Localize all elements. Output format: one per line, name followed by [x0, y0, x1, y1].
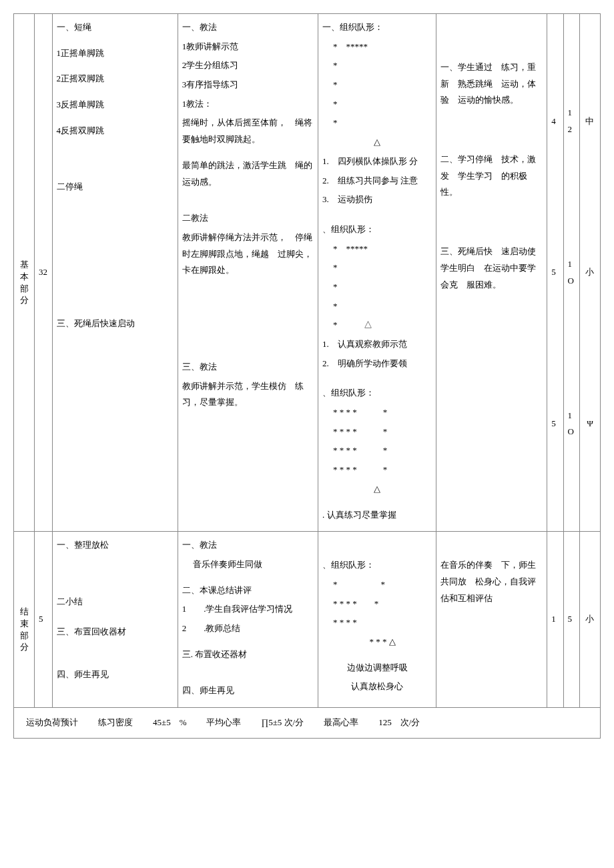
max-hr-value: 125 次/分	[378, 715, 420, 731]
density-label: 练习密度	[98, 715, 133, 731]
eg-p1: 在音乐的伴奏 下，师生共同放 松身心，自我评 估和互相评估	[440, 557, 543, 606]
m-l1: 1教师讲解示范	[182, 39, 314, 55]
e-l3: 三、布置回收器材	[57, 624, 174, 640]
end-section-label: 结束部分	[14, 532, 35, 708]
m-l3: 3有序指导练习	[182, 77, 314, 93]
eo-f1: * *	[322, 576, 432, 593]
avg-hr-value: ∏5±5 次/分	[261, 715, 304, 731]
m-h1: 一、教法	[182, 19, 314, 36]
o-f1a: * *****	[322, 39, 432, 55]
o-f2c: *	[322, 279, 432, 296]
g-p1: 一、学生通过 练习，重新 熟悉跳绳 运动，体验 运动的愉快感。	[440, 59, 543, 109]
o-n5: 2. 明确所学动作要领	[322, 356, 432, 372]
triangle-icon: △	[322, 481, 432, 498]
end-col-activity: 一、整理放松 二小结 三、布置回收器材 四、师生再见	[52, 532, 178, 708]
m-p3: 教师讲解停绳方法并示范， 停绳时左脚脚跟点地，绳越 过脚尖，卡在脚跟处。	[182, 230, 314, 279]
g-p3: 三、死绳后快 速启动使 学生明白 在运动中要学会克 服困难。	[440, 244, 543, 293]
m-p4: 教师讲解并示范，学生模仿 练习，尽量掌握。	[182, 378, 314, 411]
end-counts: 5	[563, 532, 579, 708]
main-section-label: 基本部分	[14, 14, 35, 532]
t1: 4	[551, 113, 559, 130]
avg-hr-label: 平均心率	[206, 715, 241, 731]
em-h1: 一、教法	[182, 537, 314, 554]
end-intensity: 小	[579, 532, 600, 708]
o-n2: 2. 组练习共同参与 注意	[322, 173, 432, 189]
o-f3b: * * * * *	[322, 424, 432, 440]
footer-label: 运动负荷预计	[26, 715, 78, 731]
act-i3: 3反摇单脚跳	[57, 97, 174, 113]
t2: 5	[551, 264, 559, 281]
em-p2: 1 .学生自我评估学习情况	[182, 601, 314, 618]
o-n3: 3. 运动损伤	[322, 191, 432, 208]
m-l4: 1教法：	[182, 96, 314, 113]
main-intensity: 中 小 Ψ	[579, 14, 600, 532]
o-h1: 一、组织队形：	[322, 19, 432, 36]
main-col-activity: 一、短绳 1正摇单脚跳 2正摇双脚跳 3反摇单脚跳 4反摇双脚跳 二停绳 三、死…	[52, 14, 178, 532]
o-f3a: * * * * *	[322, 404, 432, 421]
t3: 5	[551, 416, 559, 432]
o-f1c: *	[322, 77, 432, 93]
em-h4: 四、师生再见	[182, 683, 314, 699]
act-i1: 1正摇单脚跳	[57, 45, 174, 62]
em-p3: 2 .教师总结	[182, 620, 314, 637]
lesson-plan-table: 基本部分 32 一、短绳 1正摇单脚跳 2正摇双脚跳 3反摇单脚跳 4反摇双脚跳…	[13, 13, 601, 739]
e-l4: 四、师生再见	[57, 667, 174, 683]
m-h2: 二教法	[182, 210, 314, 227]
m-p1: 摇绳时，从体后摇至体前， 绳将要触地时双脚跳起。	[182, 115, 314, 147]
o-f2d: *	[322, 298, 432, 315]
end-times: 1	[547, 532, 563, 708]
end-col-goal: 在音乐的伴奏 下，师生共同放 松身心，自我评 估和互相评估	[436, 532, 547, 708]
o-f1e: *	[322, 115, 432, 131]
main-col-org: 一、组织队形： * ***** * * * * △ 1. 四列横队体操队形 分 …	[318, 14, 436, 532]
act-h3: 三、死绳后快速启动	[57, 316, 174, 332]
o-f1b: *	[322, 57, 432, 74]
m-l2: 2学生分组练习	[182, 57, 314, 74]
em-p1: 音乐伴奏师生同做	[182, 556, 314, 573]
int2: 小	[584, 264, 596, 281]
main-col-method: 一、教法 1教师讲解示范 2学生分组练习 3有序指导练习 1教法： 摇绳时，从体…	[178, 14, 318, 532]
main-counts: 12 1O 1O	[563, 14, 579, 532]
o-f2a: * *****	[322, 241, 432, 258]
act-i4: 4反摇双脚跳	[57, 123, 174, 139]
eo-f4: * * * △	[322, 634, 432, 650]
end-col-org: 、组织队形： * * * * * * * * * * * * * * △ 边做边…	[318, 532, 436, 708]
em-h2: 二、本课总结讲评	[182, 582, 314, 599]
end-time: 5	[34, 532, 52, 708]
o-n4: 1. 认真观察教师示范	[322, 336, 432, 353]
e-l1: 一、整理放松	[57, 537, 174, 554]
o-h2: 、组织队形：	[322, 222, 432, 238]
act-h2: 二停绳	[57, 179, 174, 195]
footer-cell: 运动负荷预计 练习密度 45±5 % 平均心率 ∏5±5 次/分 最高心率 12…	[14, 708, 601, 739]
int1: 中	[584, 113, 596, 130]
o-f3c: * * * * *	[322, 442, 432, 459]
c3: 1O	[568, 408, 575, 440]
act-i2: 2正摇双脚跳	[57, 71, 174, 87]
o-f2e: * △	[322, 317, 432, 334]
int3: Ψ	[584, 416, 596, 432]
o-h3: 、组织队形：	[322, 385, 432, 402]
density-value: 45±5 %	[153, 715, 186, 731]
m-p2: 最简单的跳法，激活学生跳 绳的运动感。	[182, 157, 314, 190]
main-times: 4 5 5	[547, 14, 563, 532]
act-h1: 一、短绳	[57, 19, 174, 36]
eo-f3: * * * *	[322, 614, 432, 631]
main-section-row: 基本部分 32 一、短绳 1正摇单脚跳 2正摇双脚跳 3反摇单脚跳 4反摇双脚跳…	[14, 14, 601, 532]
eo-f2: * * * * *	[322, 596, 432, 612]
main-col-goal: 一、学生通过 练习，重新 熟悉跳绳 运动，体验 运动的愉快感。 二、学习停绳 技…	[436, 14, 547, 532]
o-n6: . 认真练习尽量掌握	[322, 507, 432, 524]
o-f3d: * * * * *	[322, 462, 432, 478]
main-time: 32	[34, 14, 52, 532]
c2: 1O	[568, 256, 575, 289]
footer-row: 运动负荷预计 练习密度 45±5 % 平均心率 ∏5±5 次/分 最高心率 12…	[14, 708, 601, 739]
o-f2b: *	[322, 260, 432, 276]
triangle-icon: △	[322, 134, 432, 151]
eo-n2: 认真放松身心	[322, 679, 432, 695]
max-hr-label: 最高心率	[324, 715, 358, 731]
eo-h1: 、组织队形：	[322, 557, 432, 574]
end-section-row: 结束部分 5 一、整理放松 二小结 三、布置回收器材 四、师生再见 一、教法 音…	[14, 532, 601, 708]
em-h3: 三. 布置收还器材	[182, 646, 314, 663]
m-h3: 三、教法	[182, 359, 314, 376]
o-n1: 1. 四列横队体操队形 分	[322, 153, 432, 170]
c1: 12	[568, 105, 575, 137]
eo-n1: 边做边调整呼吸	[322, 660, 432, 677]
